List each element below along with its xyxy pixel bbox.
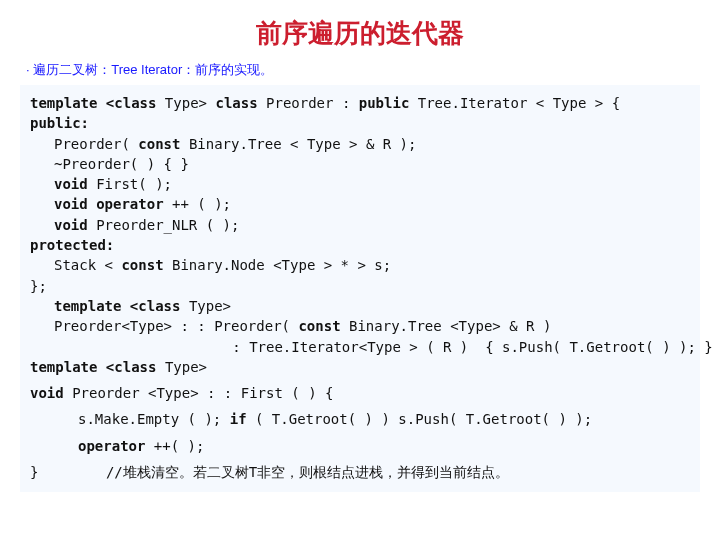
tok: s.Make.Empty ( ); — [78, 411, 230, 427]
tok: Binary.Node <Type > * > s; — [172, 257, 391, 273]
kw-class: <class — [130, 298, 189, 314]
tok: Preorder_NLR ( ); — [96, 217, 239, 233]
code-block: template <class Type> class Preorder : p… — [20, 85, 700, 492]
tok: Type> — [156, 95, 215, 111]
code-line: public: — [30, 113, 690, 133]
tok: Preorder : — [266, 95, 359, 111]
tok: } — [30, 464, 38, 480]
code-line: template <class Type> — [30, 357, 690, 377]
kw-class: class — [215, 95, 266, 111]
tok: ( T.Getroot( ) ) s.Push( T.Getroot( ) ); — [255, 411, 592, 427]
slide-title: 前序遍历的迭代器 — [20, 16, 700, 51]
code-line: protected: — [30, 235, 690, 255]
kw-operator: operator — [78, 438, 154, 454]
code-line: void First( ); — [30, 174, 690, 194]
code-line: template <class Type> class Preorder : p… — [30, 93, 690, 113]
tok: : Tree.Iterator<Type > ( R ) { s.Push( T… — [232, 339, 712, 355]
code-line: void operator ++ ( ); — [30, 194, 690, 214]
tok: ++( ); — [154, 438, 205, 454]
kw-public: public — [359, 95, 418, 111]
tok: Preorder( — [54, 136, 138, 152]
code-line: operator ++( ); — [30, 436, 690, 456]
code-line: ~Preorder( ) { } — [30, 154, 690, 174]
code-line: void Preorder <Type> : : First ( ) { — [30, 383, 690, 403]
slide: 前序遍历的迭代器 · 遍历二叉树：Tree Iterator：前序的实现。 te… — [0, 0, 720, 540]
kw-void: void — [54, 176, 96, 192]
kw-template: template — [30, 95, 106, 111]
code-line: void Preorder_NLR ( ); — [30, 215, 690, 235]
code-line: xxxxxxxxxxxxxxxxxxxxxxxx: Tree.Iterator<… — [30, 337, 690, 357]
tok: Preorder<Type> : : Preorder( — [54, 318, 298, 334]
tok: Preorder <Type> : : First ( ) { — [72, 385, 333, 401]
code-line: s.Make.Empty ( ); if ( T.Getroot( ) ) s.… — [30, 409, 690, 429]
code-line: }xxxxxxxx//堆栈清空。若二叉树T非空，则根结点进栈，并得到当前结点。 — [30, 462, 690, 482]
kw-const: const — [298, 318, 349, 334]
code-line: Preorder( const Binary.Tree < Type > & R… — [30, 134, 690, 154]
tok: First( ); — [96, 176, 172, 192]
tok: Binary.Tree <Type> & R ) — [349, 318, 551, 334]
kw-const: const — [138, 136, 189, 152]
code-line: Stack < const Binary.Node <Type > * > s; — [30, 255, 690, 275]
kw-void: void — [54, 217, 96, 233]
tok: Tree.Iterator < Type > { — [418, 95, 620, 111]
tok: Type> — [189, 298, 231, 314]
slide-subtitle: · 遍历二叉树：Tree Iterator：前序的实现。 — [26, 61, 700, 79]
tok: Type> — [165, 359, 207, 375]
tok: Stack < — [54, 257, 121, 273]
code-line: }; — [30, 276, 690, 296]
code-line: Preorder<Type> : : Preorder( const Binar… — [30, 316, 690, 336]
comment: //堆栈清空。若二叉树T非空，则根结点进栈，并得到当前结点。 — [106, 464, 509, 480]
kw-const: const — [121, 257, 172, 273]
kw-void-operator: void operator — [54, 196, 172, 212]
tok: Binary.Tree < Type > & R ); — [189, 136, 417, 152]
kw-void: void — [30, 385, 72, 401]
tok: ++ ( ); — [172, 196, 231, 212]
kw-template: template — [54, 298, 130, 314]
code-line: template <class Type> — [30, 296, 690, 316]
kw-class: <class — [106, 95, 157, 111]
kw-if: if — [230, 411, 255, 427]
kw-template: template — [30, 359, 106, 375]
kw-class: <class — [106, 359, 165, 375]
